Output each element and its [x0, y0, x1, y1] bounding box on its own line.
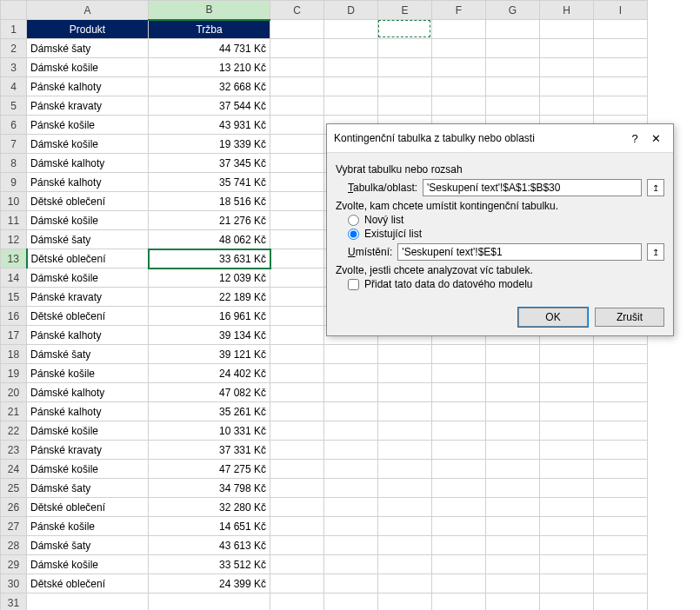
- cell[interactable]: [270, 20, 324, 39]
- column-header[interactable]: D: [324, 1, 378, 20]
- cell[interactable]: [432, 517, 486, 536]
- cell[interactable]: [432, 498, 486, 517]
- cell[interactable]: Dámské košile: [27, 269, 149, 288]
- row-header[interactable]: 6: [1, 116, 27, 135]
- cell[interactable]: [324, 20, 378, 39]
- row-header[interactable]: 22: [1, 421, 27, 441]
- cell[interactable]: [270, 383, 324, 402]
- cell[interactable]: [378, 441, 432, 460]
- cell[interactable]: [486, 77, 540, 96]
- cell[interactable]: [486, 364, 540, 383]
- cell[interactable]: [540, 402, 594, 421]
- cell[interactable]: [324, 58, 378, 77]
- cell[interactable]: 18 516 Kč: [149, 192, 270, 211]
- cell[interactable]: [270, 39, 324, 58]
- row-header[interactable]: 1: [1, 20, 27, 39]
- cell[interactable]: [378, 593, 432, 611]
- cell[interactable]: [378, 536, 432, 555]
- cell[interactable]: 19 339 Kč: [149, 135, 270, 154]
- cell[interactable]: [270, 211, 324, 230]
- cell[interactable]: [594, 402, 648, 421]
- cell[interactable]: Dámské košile: [27, 135, 149, 154]
- cell[interactable]: [432, 383, 486, 402]
- cell[interactable]: [270, 498, 324, 517]
- cell[interactable]: [324, 345, 378, 364]
- cell[interactable]: Dámské košile: [27, 421, 149, 441]
- cell[interactable]: [540, 441, 594, 460]
- cell[interactable]: 12 039 Kč: [149, 269, 270, 288]
- cell[interactable]: 34 798 Kč: [149, 479, 270, 498]
- row-header[interactable]: 18: [1, 345, 27, 364]
- cell[interactable]: [270, 555, 324, 574]
- cell[interactable]: [540, 345, 594, 364]
- cell[interactable]: [324, 555, 378, 574]
- cell[interactable]: [432, 402, 486, 421]
- cell[interactable]: [594, 574, 648, 593]
- cell[interactable]: [378, 574, 432, 593]
- cell[interactable]: [594, 20, 648, 39]
- cell[interactable]: [486, 555, 540, 574]
- cell[interactable]: [324, 96, 378, 116]
- cell[interactable]: [270, 441, 324, 460]
- cell[interactable]: [594, 364, 648, 383]
- cell[interactable]: [486, 517, 540, 536]
- row-header[interactable]: 4: [1, 77, 27, 96]
- cell[interactable]: [324, 402, 378, 421]
- cell[interactable]: [324, 441, 378, 460]
- cell[interactable]: [324, 517, 378, 536]
- row-header[interactable]: 31: [1, 593, 27, 611]
- row-header[interactable]: 25: [1, 479, 27, 498]
- cell[interactable]: [540, 498, 594, 517]
- cell[interactable]: [270, 230, 324, 249]
- cell[interactable]: Dámské šaty: [27, 345, 149, 364]
- cell[interactable]: [378, 364, 432, 383]
- cell[interactable]: Dámské košile: [27, 555, 149, 574]
- cell[interactable]: 37 345 Kč: [149, 154, 270, 173]
- cell[interactable]: [594, 479, 648, 498]
- cell[interactable]: [324, 460, 378, 479]
- cell[interactable]: [270, 249, 324, 269]
- table-range-input[interactable]: [423, 179, 642, 196]
- cell[interactable]: [270, 154, 324, 173]
- location-input[interactable]: [397, 243, 642, 261]
- row-header[interactable]: 30: [1, 574, 27, 593]
- cell[interactable]: 39 134 Kč: [149, 326, 270, 345]
- existing-sheet-radio[interactable]: [348, 229, 359, 240]
- row-header[interactable]: 24: [1, 460, 27, 479]
- cell[interactable]: [432, 479, 486, 498]
- cell[interactable]: Dámské šaty: [27, 536, 149, 555]
- cell[interactable]: 37 544 Kč: [149, 96, 270, 116]
- cell[interactable]: 32 280 Kč: [149, 498, 270, 517]
- cell[interactable]: 22 189 Kč: [149, 288, 270, 307]
- cell[interactable]: 44 731 Kč: [149, 39, 270, 58]
- row-header[interactable]: 21: [1, 402, 27, 421]
- cell[interactable]: [540, 364, 594, 383]
- cell[interactable]: [270, 479, 324, 498]
- data-model-checkbox[interactable]: [348, 279, 359, 290]
- cell[interactable]: [270, 116, 324, 135]
- cell[interactable]: [486, 39, 540, 58]
- cell[interactable]: 33 631 Kč: [149, 249, 270, 269]
- collapse-range-button[interactable]: ↥: [647, 179, 664, 196]
- cell[interactable]: [270, 326, 324, 345]
- cell[interactable]: 43 931 Kč: [149, 116, 270, 135]
- cell[interactable]: [378, 460, 432, 479]
- cell[interactable]: [378, 39, 432, 58]
- cell[interactable]: [594, 345, 648, 364]
- cell[interactable]: [540, 77, 594, 96]
- row-header[interactable]: 13: [1, 249, 27, 269]
- cell[interactable]: [432, 39, 486, 58]
- row-header[interactable]: 23: [1, 441, 27, 460]
- row-header[interactable]: 17: [1, 326, 27, 345]
- cell[interactable]: 48 062 Kč: [149, 230, 270, 249]
- cell[interactable]: Pánské kalhoty: [27, 326, 149, 345]
- row-header[interactable]: 7: [1, 135, 27, 154]
- cell[interactable]: Dámské košile: [27, 460, 149, 479]
- cell[interactable]: Dámské kalhoty: [27, 383, 149, 402]
- cell[interactable]: [270, 269, 324, 288]
- cell[interactable]: [270, 574, 324, 593]
- cell[interactable]: [324, 593, 378, 611]
- cell[interactable]: [594, 555, 648, 574]
- cell[interactable]: [324, 383, 378, 402]
- cell[interactable]: [540, 20, 594, 39]
